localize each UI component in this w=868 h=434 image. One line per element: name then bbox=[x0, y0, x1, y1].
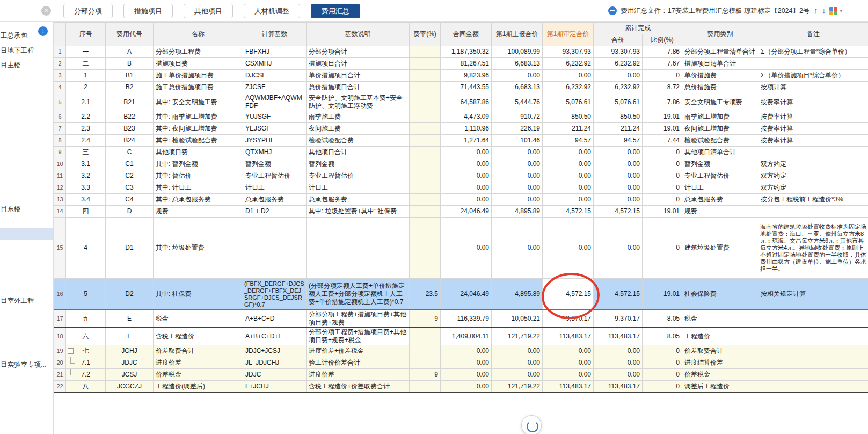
cell-num[interactable]: 12 bbox=[54, 182, 66, 194]
cell-mc[interactable]: 其中: 检验试验配合费 bbox=[154, 135, 243, 147]
cell-jsjs[interactable]: CSXMHJ bbox=[243, 58, 307, 70]
cell-bl[interactable]: 19.01 bbox=[643, 123, 682, 135]
cell-hj[interactable]: 0.00 bbox=[594, 147, 643, 158]
col-header-leijiwancheng[interactable]: 累计完成 bbox=[594, 23, 682, 34]
cell-num[interactable]: 15 bbox=[54, 218, 66, 279]
cell-sd[interactable]: 4,572.15 bbox=[543, 279, 594, 310]
cell-dh[interactable]: JCGCZJ bbox=[106, 381, 154, 393]
cell-xh[interactable]: 4 bbox=[66, 218, 106, 279]
cell-bz[interactable] bbox=[758, 147, 868, 158]
cell-bl[interactable]: 0 bbox=[643, 147, 682, 158]
cell-num[interactable]: 10 bbox=[54, 158, 66, 170]
cell-mc[interactable]: 其中: 雨季施工增加费 bbox=[154, 111, 243, 123]
cell-bl[interactable]: 7.44 bbox=[643, 135, 682, 147]
cell-sd[interactable]: 113,483.17 bbox=[543, 381, 594, 393]
collapse-minus-icon[interactable]: − bbox=[68, 348, 74, 354]
sidebar-item-2[interactable]: 目主楼 bbox=[0, 59, 53, 71]
col-header-mingcheng[interactable]: 名称 bbox=[154, 23, 243, 46]
cell-bl[interactable]: 19.01 bbox=[643, 279, 682, 310]
cell-bz[interactable]: Σ（分部分项工程量*综合单价） bbox=[758, 46, 868, 58]
cell-dh[interactable]: A bbox=[106, 46, 154, 58]
cell-xh[interactable]: 八 bbox=[66, 381, 106, 393]
cell-jsjs[interactable]: A+B+C+D bbox=[243, 310, 307, 328]
cell-bl[interactable]: 0 bbox=[643, 158, 682, 170]
col-header-feilv[interactable]: 费率(%) bbox=[410, 23, 441, 46]
cell-sb[interactable]: 0.00 bbox=[492, 345, 543, 357]
cell-hj[interactable]: 211.24 bbox=[594, 123, 643, 135]
cell-bz[interactable] bbox=[758, 58, 868, 70]
cell-fl[interactable] bbox=[410, 182, 441, 194]
cell-jssm[interactable]: (分部分项定额人工费+单价措施定额人工费+分部分项定额机上人工费+单价措施定额机… bbox=[307, 279, 410, 310]
cell-mc[interactable]: 其中: 暂估价 bbox=[154, 170, 243, 182]
cell-num[interactable]: 20 bbox=[54, 357, 66, 369]
cell-xh[interactable]: −七 bbox=[66, 345, 106, 357]
cell-jssm[interactable]: 夜间施工费 bbox=[307, 123, 410, 135]
cell-bz[interactable]: 按相关规定计算 bbox=[758, 279, 868, 310]
cell-lb[interactable]: 进度结算价差 bbox=[682, 357, 758, 369]
tab-rencaijitiaozheng[interactable]: 人材机调整 bbox=[244, 4, 300, 18]
cell-jsjs[interactable]: AQWMJBF+AQWMFDF bbox=[243, 93, 307, 111]
cell-htje[interactable]: 4,473.09 bbox=[441, 111, 492, 123]
cell-xh[interactable]: 3.1 bbox=[66, 158, 106, 170]
floating-button[interactable] bbox=[521, 415, 542, 434]
cell-dh[interactable]: D1 bbox=[106, 218, 154, 279]
cell-xh[interactable]: 7.2 bbox=[66, 369, 106, 381]
cell-sd[interactable]: 0.00 bbox=[543, 170, 594, 182]
cell-xh[interactable]: 五 bbox=[66, 310, 106, 328]
cell-bz[interactable]: 按费率计算 bbox=[758, 135, 868, 147]
cell-lb[interactable]: 分部分项工程量清单合计 bbox=[682, 46, 758, 58]
cell-jssm[interactable]: 分部分项合计 bbox=[307, 46, 410, 58]
cell-htje[interactable]: 0.00 bbox=[441, 381, 492, 393]
cell-num[interactable]: 1 bbox=[54, 46, 66, 58]
cell-sb[interactable]: 0.00 bbox=[492, 158, 543, 170]
cell-jsjs[interactable]: A+B+C+D+E bbox=[243, 328, 307, 345]
cell-xh[interactable]: 3.2 bbox=[66, 170, 106, 182]
cell-fl[interactable] bbox=[410, 357, 441, 369]
cell-bl[interactable]: 8.05 bbox=[643, 310, 682, 328]
cell-dh[interactable]: C3 bbox=[106, 182, 154, 194]
sidebar-item-4[interactable] bbox=[0, 228, 53, 240]
cell-htje[interactable]: 64,587.86 bbox=[441, 93, 492, 111]
cell-dh[interactable]: JCHJ bbox=[106, 345, 154, 357]
cell-fl[interactable] bbox=[410, 206, 441, 218]
col-header-xuhao[interactable]: 序号 bbox=[66, 23, 106, 46]
cell-htje[interactable]: 1,409,004.11 bbox=[441, 328, 492, 345]
cell-jssm[interactable]: 措施项目合计 bbox=[307, 58, 410, 70]
cell-fl[interactable] bbox=[410, 218, 441, 279]
cell-lb[interactable]: 调差后工程造价 bbox=[682, 381, 758, 393]
circle-close-icon[interactable]: ✕ bbox=[41, 6, 51, 16]
cell-bz[interactable] bbox=[758, 328, 868, 345]
cell-num[interactable]: 9 bbox=[54, 147, 66, 158]
cell-bl[interactable]: 0 bbox=[643, 357, 682, 369]
cell-bl[interactable]: 0 bbox=[643, 218, 682, 279]
cell-sd[interactable]: 0.00 bbox=[543, 357, 594, 369]
cell-jsjs[interactable]: (FBFX_DERGF+DJCS_DERGF+FBFX_DEJSRGF+DJCS… bbox=[243, 279, 307, 310]
cell-sb[interactable]: 101.46 bbox=[492, 135, 543, 147]
cell-xh[interactable]: 六 bbox=[66, 328, 106, 345]
cell-bl[interactable]: 7.67 bbox=[643, 58, 682, 70]
cell-jsjs[interactable]: JL_JDJCHJ bbox=[243, 357, 307, 369]
cell-jsjs[interactable]: ZJCSF bbox=[243, 82, 307, 93]
cell-lb[interactable]: 规费 bbox=[682, 206, 758, 218]
cell-jssm[interactable]: 暂列金额 bbox=[307, 158, 410, 170]
cell-jssm[interactable]: 分部分项工程费+措施项目费+其他项目费+规费 bbox=[307, 310, 410, 328]
color-grid-icon[interactable] bbox=[829, 7, 837, 15]
sidebar-item-3[interactable]: 目东楼 bbox=[0, 203, 53, 215]
col-header-jisuanjishu[interactable]: 计算基数 bbox=[243, 23, 307, 46]
cell-lb[interactable]: 价差税金 bbox=[682, 369, 758, 381]
cell-mc[interactable]: 工程造价(调差后) bbox=[154, 381, 243, 393]
cell-bl[interactable]: 0 bbox=[643, 369, 682, 381]
cell-htje[interactable]: 1,271.64 bbox=[441, 135, 492, 147]
cell-dh[interactable]: B2 bbox=[106, 82, 154, 93]
cell-bz[interactable]: 按费率计算 bbox=[758, 93, 868, 111]
cell-xh[interactable]: 2.1 bbox=[66, 93, 106, 111]
col-header-rownum[interactable] bbox=[54, 23, 66, 46]
cell-dh[interactable]: JDJC bbox=[106, 357, 154, 369]
cell-sb[interactable]: 121,719.22 bbox=[492, 328, 543, 345]
sidebar-item-1[interactable]: 目地下工程 bbox=[0, 45, 53, 56]
cell-htje[interactable]: 0.00 bbox=[441, 182, 492, 194]
cell-bl[interactable]: 0 bbox=[643, 182, 682, 194]
cell-sd[interactable]: 4,572.15 bbox=[543, 206, 594, 218]
cell-fl[interactable] bbox=[410, 328, 441, 345]
cell-sb[interactable]: 6,683.13 bbox=[492, 82, 543, 93]
